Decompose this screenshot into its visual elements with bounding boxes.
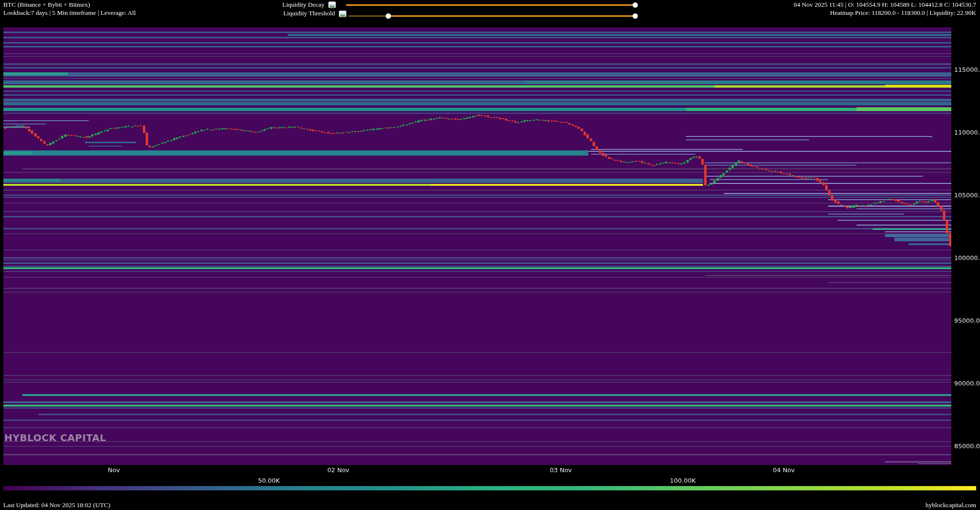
slider-track-active[interactable] [389,15,635,17]
last-updated-text: Last Updated: 04 Nov 2025 18:02 (UTC) [3,501,110,509]
hyblock-watermark: HYBLOCK CAPITAL [4,432,106,443]
liquidity-decay-label: Liquidity Decay [229,1,324,8]
slider-handle[interactable] [633,13,638,19]
liquidity-colorbar [3,486,976,490]
slider-track-active[interactable] [346,4,635,6]
price-tick-label: 115000.0 [954,66,980,73]
price-tick-label: 110000.0 [954,129,980,136]
price-tick-label: 90000.0 [954,380,980,387]
liquidity-threshold-slider[interactable] [348,15,635,17]
date-tick-label: 04 Nov [773,466,795,474]
lookback-settings: Lookback:7 days | 5 Min timeframe | Leve… [3,9,136,16]
colorbar-value-label: 50.00K [258,477,280,484]
heatmap-price-readout: Heatmap Price: 118200.0 - 118300.0 | Liq… [830,9,976,16]
slider-track-dim[interactable] [348,15,389,17]
date-tick-label: 03 Nov [550,466,572,474]
date-tick-label: 02 Nov [327,466,349,474]
liquidity-heatmap-chart[interactable] [0,0,980,510]
price-tick-label: 85000.0 [954,442,980,450]
price-tick-label: 95000.0 [954,317,980,324]
liquidity-threshold-image-icon[interactable] [339,11,346,17]
symbol-title: BTC (Binance + Bybit + Bitmex) [3,1,90,8]
liquidity-decay-image-icon[interactable] [328,1,336,8]
liquidity-threshold-label: Liquidity Threshold [239,10,335,17]
ohlc-readout: 04 Nov 2025 11:45 | O: 104554.9 H: 10458… [794,1,976,8]
liquidity-decay-slider[interactable] [346,4,635,6]
slider-handle[interactable] [633,2,638,8]
site-link[interactable]: hyblockcapital.com [925,501,976,509]
date-tick-label: Nov [108,466,120,474]
price-tick-label: 100000.0 [954,254,980,261]
price-tick-label: 105000.0 [954,192,980,199]
colorbar-value-label: 100.00K [670,477,696,484]
